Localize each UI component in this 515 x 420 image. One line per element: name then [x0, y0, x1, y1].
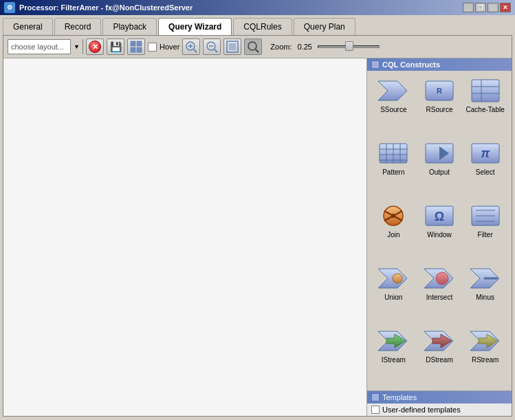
- construct-output[interactable]: Output: [417, 137, 462, 199]
- construct-join[interactable]: Join: [371, 200, 416, 261]
- templates-icon: [371, 393, 380, 401]
- templates-label: Templates: [382, 393, 417, 401]
- intersect-icon: [423, 265, 456, 292]
- delete-icon: ✕: [89, 41, 101, 53]
- construct-rstream[interactable]: RStream: [463, 325, 507, 386]
- construct-union[interactable]: Union: [371, 263, 416, 324]
- zoom-in-button[interactable]: [182, 38, 200, 55]
- app-icon: ⚙: [4, 2, 15, 13]
- tab-general[interactable]: General: [3, 18, 53, 35]
- hover-checkbox[interactable]: [148, 43, 157, 52]
- right-panel: CQL Constructs SSource: [367, 58, 512, 416]
- minus-icon: [469, 265, 502, 292]
- grid-button[interactable]: [127, 38, 145, 55]
- join-label: Join: [387, 231, 399, 239]
- rsource-label: RSource: [426, 106, 453, 113]
- user-templates-checkbox[interactable]: [371, 406, 380, 414]
- tab-cqlrules[interactable]: CQLRules: [233, 18, 292, 35]
- window-icon: Ω: [423, 202, 456, 230]
- svg-marker-15: [378, 81, 407, 100]
- construct-window[interactable]: Ω Window: [417, 200, 462, 261]
- layout-dropdown-arrow[interactable]: ▼: [70, 39, 83, 54]
- output-label: Output: [429, 168, 450, 176]
- svg-text:Ω: Ω: [435, 210, 444, 223]
- istream-label: IStream: [382, 356, 406, 364]
- content-area: CQL Constructs SSource: [3, 58, 512, 416]
- construct-pattern[interactable]: Pattern: [371, 137, 416, 199]
- dstream-icon: [423, 327, 456, 355]
- construct-istream[interactable]: IStream: [371, 325, 416, 386]
- select-label: Select: [476, 168, 495, 176]
- tab-query-wizard[interactable]: Query Wizard: [158, 18, 232, 35]
- svg-point-44: [393, 274, 402, 283]
- window-label: Window: [427, 231, 452, 239]
- rstream-icon: [469, 327, 502, 355]
- construct-dstream[interactable]: DStream: [417, 325, 462, 386]
- ssource-label: SSource: [380, 106, 406, 113]
- cache-table-label: Cache-Table: [466, 106, 505, 113]
- title-bar: ⚙ Processor: FilterAmer - fx@NonClustere…: [0, 0, 515, 15]
- hover-text: Hover: [160, 43, 179, 51]
- construct-select[interactable]: π Select: [463, 137, 507, 199]
- construct-filter[interactable]: Filter: [463, 200, 507, 261]
- svg-point-36: [391, 214, 395, 218]
- hover-label: Hover: [148, 43, 179, 52]
- cql-constructs-header: CQL Constructs: [367, 58, 512, 71]
- svg-text:R: R: [437, 87, 442, 95]
- bottom-panel: Templates User-defined templates: [367, 390, 512, 416]
- save-button[interactable]: 💾: [107, 38, 124, 55]
- intersect-label: Intersect: [426, 294, 452, 301]
- construct-rsource[interactable]: R RSource: [417, 75, 462, 136]
- zoom-out-button[interactable]: [203, 38, 221, 55]
- construct-cache-table[interactable]: Cache-Table: [463, 75, 507, 136]
- svg-rect-2: [131, 47, 135, 52]
- fit-button[interactable]: [223, 38, 241, 55]
- construct-ssource[interactable]: SSource: [371, 75, 416, 136]
- rsource-icon: R: [423, 77, 456, 104]
- minus-label: Minus: [476, 294, 494, 301]
- layout-select-text: choose layout...: [8, 43, 70, 51]
- union-label: Union: [384, 294, 402, 301]
- svg-rect-3: [137, 47, 142, 52]
- pattern-icon: [377, 140, 410, 167]
- layout-dropdown[interactable]: choose layout... ▼: [8, 39, 83, 54]
- svg-rect-0: [131, 41, 135, 46]
- delete-button[interactable]: ✕: [86, 38, 104, 55]
- tab-query-plan[interactable]: Query Plan: [294, 18, 355, 35]
- tab-playback[interactable]: Playback: [102, 18, 157, 35]
- toolbar: choose layout... ▼ ✕ 💾: [3, 36, 512, 58]
- search-button[interactable]: [244, 38, 262, 55]
- zoom-slider-thumb[interactable]: [345, 41, 353, 51]
- zoom-in-icon: [185, 41, 197, 53]
- close-button[interactable]: ✕: [500, 3, 511, 12]
- union-icon: [377, 265, 410, 292]
- filter-label: Filter: [478, 231, 493, 239]
- construct-intersect[interactable]: Intersect: [417, 263, 462, 324]
- canvas-area[interactable]: [3, 58, 367, 416]
- zoom-value: 0.25: [298, 43, 312, 51]
- tab-content-query-wizard: choose layout... ▼ ✕ 💾: [3, 35, 512, 417]
- restore-button[interactable]: ❐: [475, 3, 486, 12]
- svg-rect-1: [137, 41, 142, 46]
- svg-line-10: [215, 49, 217, 52]
- minimize-button[interactable]: _: [463, 3, 474, 12]
- svg-rect-12: [229, 43, 236, 50]
- search-icon: [247, 41, 259, 53]
- constructs-grid: SSource R RSource: [367, 71, 512, 390]
- zoom-out-icon: [206, 41, 218, 53]
- zoom-slider[interactable]: [318, 41, 380, 52]
- main-container: General Record Playback Query Wizard CQL…: [0, 15, 515, 419]
- cql-constructs-title: CQL Constructs: [382, 60, 440, 69]
- templates-header[interactable]: Templates: [367, 391, 512, 404]
- construct-minus[interactable]: Minus: [463, 263, 507, 324]
- join-icon: [377, 202, 410, 230]
- svg-line-14: [256, 49, 259, 52]
- fit-icon: [226, 41, 239, 53]
- user-templates[interactable]: User-defined templates: [367, 404, 512, 416]
- maximize-button[interactable]: □: [487, 3, 498, 12]
- pattern-label: Pattern: [382, 168, 404, 176]
- tab-record[interactable]: Record: [54, 18, 102, 35]
- window-controls: _ ❐ □ ✕: [463, 3, 511, 12]
- rstream-label: RStream: [472, 356, 498, 364]
- grid-icon: [130, 41, 142, 53]
